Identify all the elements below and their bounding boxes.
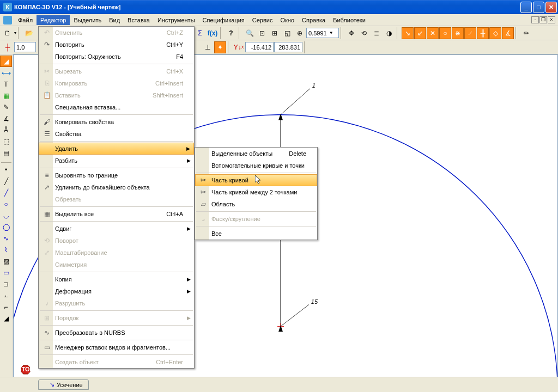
tool-hatch[interactable]: ▨: [0, 255, 12, 267]
mdi-restore[interactable]: ❐: [539, 16, 547, 23]
tool-arc[interactable]: ◡: [0, 210, 12, 221]
menu-insert[interactable]: Вставка: [124, 15, 154, 25]
mdi-doc-icon[interactable]: [3, 16, 12, 24]
menu-item[interactable]: Все: [195, 228, 317, 240]
tool-ellipse[interactable]: ◯: [0, 221, 12, 232]
menu-item-label: Выделить все: [53, 211, 159, 217]
zoom-all-button[interactable]: ⊕: [294, 27, 306, 39]
axis-button[interactable]: ┼: [2, 41, 14, 53]
coord-mode-button[interactable]: Y↓X: [233, 41, 245, 53]
snap-1-button[interactable]: ↘: [402, 27, 414, 39]
rebuild-button[interactable]: ≣: [371, 27, 383, 39]
open-button[interactable]: 📂: [23, 27, 35, 39]
maximize-button[interactable]: □: [533, 2, 544, 13]
tool-spec[interactable]: ▤: [0, 147, 12, 158]
func-button[interactable]: f(x): [207, 27, 219, 39]
zoom-in-button[interactable]: 🔍: [244, 27, 256, 39]
menu-help[interactable]: Справка: [298, 15, 329, 25]
new-doc-button[interactable]: 🗋: [2, 27, 14, 39]
tool-edit[interactable]: ✎: [0, 101, 12, 113]
menu-file[interactable]: Файл: [14, 15, 37, 25]
expr-button[interactable]: Σ: [194, 27, 206, 39]
snap-4-button[interactable]: ○: [439, 27, 451, 39]
menu-item-label: Повторить: [53, 41, 159, 48]
stop-icon[interactable]: STOP: [21, 365, 31, 375]
magnet-button[interactable]: ✏: [520, 27, 532, 39]
pan-button[interactable]: ✥: [345, 27, 357, 39]
close-button[interactable]: ✕: [545, 2, 557, 13]
tool-param[interactable]: ∡: [0, 113, 12, 124]
menu-item[interactable]: ✂Часть кривой: [195, 174, 317, 186]
menu-item[interactable]: ↗Удлинить до ближайшего объекта: [39, 181, 194, 193]
ortho-button[interactable]: ✦: [214, 41, 226, 53]
tool-select[interactable]: ⬚: [0, 136, 12, 147]
status-tab[interactable]: ↘ Усечение: [38, 379, 89, 390]
tool-spline[interactable]: ∿: [0, 232, 12, 244]
step-button[interactable]: ⊥: [202, 41, 214, 53]
tool-chamfer[interactable]: ◢: [0, 313, 12, 324]
snap-8-button[interactable]: ◇: [489, 27, 501, 39]
menu-spec[interactable]: Спецификация: [199, 15, 248, 25]
snap-9-button[interactable]: ∡: [502, 27, 514, 39]
tool-collect[interactable]: ⊐: [0, 278, 12, 290]
tool-point[interactable]: •: [0, 164, 12, 175]
mdi-close[interactable]: ×: [548, 16, 555, 23]
menu-view[interactable]: Вид: [105, 15, 124, 25]
menu-item[interactable]: ▭Менеджер вставок видов и фрагментов...: [39, 341, 194, 353]
snap-7-button[interactable]: ╫: [477, 27, 489, 39]
menu-item[interactable]: ↷ПовторитьCtrl+Y: [39, 39, 194, 51]
menu-libs[interactable]: Библиотеки: [329, 15, 369, 25]
menu-editor[interactable]: Редактор: [37, 15, 70, 25]
tool-text[interactable]: Т: [0, 78, 12, 90]
rotate-button[interactable]: ⟲: [358, 27, 370, 39]
tool-rect[interactable]: ▭: [0, 267, 12, 278]
snap-3-button[interactable]: ✕: [427, 27, 439, 39]
menu-item-icon: 📋: [41, 91, 53, 99]
menu-item[interactable]: Разбить▶: [39, 155, 194, 167]
menu-item[interactable]: Удалить▶: [39, 143, 194, 155]
menu-item[interactable]: Специальная вставка...: [39, 101, 194, 113]
mdi-min[interactable]: -: [531, 16, 539, 23]
zoom-fit-button[interactable]: ◱: [281, 27, 293, 39]
menu-item[interactable]: Копия▶: [39, 273, 194, 285]
tool-dims[interactable]: ⟷: [0, 67, 12, 78]
coord-x-input[interactable]: [245, 42, 274, 52]
refresh-button[interactable]: ◑: [383, 27, 395, 39]
tool-fillet[interactable]: ⌐: [0, 301, 12, 313]
scale-input[interactable]: [14, 42, 36, 52]
menu-item[interactable]: ▦Выделить всеCtrl+A: [39, 208, 194, 220]
tool-bezier[interactable]: ⌇: [0, 244, 12, 255]
tool-line[interactable]: ╱: [0, 187, 12, 198]
menu-item[interactable]: ▱Область: [195, 198, 317, 210]
zoom-window-button[interactable]: ⊡: [256, 27, 268, 39]
zoom-prev-button[interactable]: ⊞: [269, 27, 281, 39]
menu-service[interactable]: Сервис: [248, 15, 277, 25]
menu-item[interactable]: 🖌Копировать свойства: [39, 116, 194, 128]
menu-item-shortcut: F4: [168, 53, 183, 60]
menu-item[interactable]: ✂Часть кривой между 2 точками: [195, 186, 317, 198]
tool-geometry[interactable]: ◢: [0, 56, 12, 67]
minimize-button[interactable]: _: [520, 2, 532, 13]
snap-5-button[interactable]: ⋇: [452, 27, 464, 39]
menu-window[interactable]: Окно: [276, 15, 298, 25]
zoom-value-dropdown[interactable]: 0.5991▼: [306, 28, 339, 38]
menu-item[interactable]: Повторить: ОкружностьF4: [39, 51, 194, 63]
menu-item[interactable]: Сдвиг▶: [39, 223, 194, 235]
menu-item[interactable]: Деформация▶: [39, 285, 194, 297]
menu-tools[interactable]: Инструменты: [154, 15, 199, 25]
menu-item[interactable]: ☰Свойства: [39, 128, 194, 140]
menu-item[interactable]: Выделенные объектыDelete: [195, 148, 317, 160]
snap-6-button[interactable]: ⟋: [464, 27, 476, 39]
coord-y-input[interactable]: [274, 42, 302, 52]
tool-equid[interactable]: ⫠: [0, 290, 12, 301]
snap-2-button[interactable]: ↙: [414, 27, 426, 39]
tool-circle[interactable]: ○: [0, 198, 12, 210]
menu-select[interactable]: Выделить: [70, 15, 105, 25]
menu-item[interactable]: Вспомогательные кривые и точки: [195, 160, 317, 171]
tool-aux[interactable]: ╱: [0, 175, 12, 187]
tool-measure[interactable]: Å: [0, 124, 12, 136]
tool-schem[interactable]: ▦: [0, 90, 12, 101]
menu-item[interactable]: ∿Преобразовать в NURBS: [39, 327, 194, 339]
menu-item[interactable]: ≡Выровнять по границе: [39, 169, 194, 181]
help-button[interactable]: ?: [225, 27, 237, 39]
